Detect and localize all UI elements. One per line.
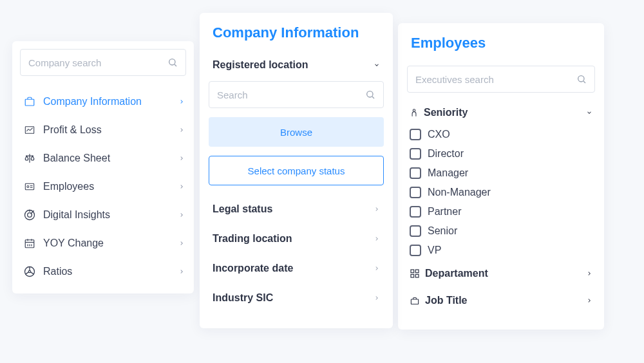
checkbox-icon[interactable] <box>410 129 421 140</box>
svg-line-1 <box>175 64 176 66</box>
search-icon <box>365 89 375 100</box>
target-icon <box>21 209 38 221</box>
filter-label: Incorporate date <box>213 263 293 274</box>
person-icon <box>410 107 419 118</box>
company-search-box[interactable] <box>20 49 186 76</box>
id-card-icon <box>21 180 38 193</box>
location-search-input[interactable] <box>217 89 365 100</box>
seniority-option-manager[interactable]: Manager <box>407 163 595 183</box>
chevron-right-icon <box>586 269 592 278</box>
grid-icon <box>410 268 420 279</box>
option-label: Manager <box>428 167 468 179</box>
location-search-box[interactable] <box>209 81 384 108</box>
select-company-status-button[interactable]: Select company status <box>209 156 384 185</box>
chevron-right-icon <box>178 239 185 248</box>
calendar-icon <box>21 237 38 250</box>
section-registered-location[interactable]: Registered location <box>209 55 384 75</box>
select-company-status-label: Select company status <box>248 165 345 176</box>
sidebar-panel: Company Information Profit & Loss Balanc… <box>12 41 194 293</box>
filter-industry-sic[interactable]: Industry SIC <box>209 283 384 313</box>
option-label: Non-Manager <box>428 187 491 198</box>
chevron-right-icon <box>178 210 185 219</box>
filter-label: Industry SIC <box>213 292 273 304</box>
svg-rect-32 <box>415 274 419 277</box>
svg-point-28 <box>413 109 415 112</box>
company-info-panel: Company Information Registered location … <box>200 13 393 328</box>
option-label: CXO <box>428 129 450 140</box>
jobtitle-label: Job Title <box>425 295 468 306</box>
sidebar-item-label: Digital Insights <box>43 209 178 221</box>
chevron-down-icon <box>374 60 380 70</box>
sidebar-item-balance-sheet[interactable]: Balance Sheet <box>12 144 194 172</box>
chevron-right-icon <box>178 97 185 106</box>
executives-search-box[interactable] <box>407 66 595 93</box>
seniority-option-vp[interactable]: VP <box>407 241 595 260</box>
briefcase-icon <box>21 95 38 108</box>
employees-panel: Employees Seniority CXO Director Manager… <box>398 23 604 330</box>
executives-search-input[interactable] <box>415 74 576 85</box>
checkbox-icon[interactable] <box>410 167 421 179</box>
sidebar-item-ratios[interactable]: Ratios <box>12 257 194 286</box>
svg-rect-31 <box>411 274 414 277</box>
svg-line-22 <box>25 272 28 274</box>
section-department[interactable]: Departament <box>407 260 595 287</box>
sidebar-item-label: Employees <box>43 181 178 192</box>
browse-button-label: Browse <box>280 127 312 138</box>
svg-rect-12 <box>25 240 34 248</box>
filter-label: Legal status <box>213 203 272 215</box>
svg-point-24 <box>367 91 373 97</box>
svg-rect-29 <box>411 270 414 273</box>
section-job-title[interactable]: Job Title <box>407 287 595 314</box>
panel-title-employees: Employees <box>407 35 595 51</box>
chevron-right-icon <box>374 205 380 214</box>
filter-legal-status[interactable]: Legal status <box>209 194 384 224</box>
option-label: Senior <box>428 225 457 237</box>
filter-incorporate-date[interactable]: Incorporate date <box>209 254 384 283</box>
svg-line-25 <box>372 97 374 98</box>
chevron-right-icon <box>178 182 185 191</box>
svg-rect-2 <box>25 99 34 106</box>
chevron-right-icon <box>178 154 185 163</box>
svg-point-26 <box>578 76 584 82</box>
company-search-input[interactable] <box>28 57 167 68</box>
search-icon <box>576 74 587 84</box>
sidebar-item-employees[interactable]: Employees <box>12 172 194 201</box>
seniority-option-senior[interactable]: Senior <box>407 221 595 241</box>
sidebar-item-yoy-change[interactable]: YOY Change <box>12 229 194 257</box>
registered-location-label: Registered location <box>213 59 308 71</box>
sidebar-item-profit-loss[interactable]: Profit & Loss <box>12 116 194 144</box>
section-seniority[interactable]: Seniority <box>407 103 595 125</box>
checkbox-icon[interactable] <box>410 187 421 198</box>
chevron-down-icon <box>586 108 592 117</box>
department-label: Departament <box>425 268 488 279</box>
chevron-right-icon <box>178 267 185 276</box>
chevron-right-icon <box>374 293 380 302</box>
seniority-label: Seniority <box>424 107 468 118</box>
svg-rect-33 <box>411 299 418 304</box>
svg-line-23 <box>31 272 34 274</box>
option-label: VP <box>428 245 441 256</box>
seniority-option-non-manager[interactable]: Non-Manager <box>407 183 595 202</box>
filter-trading-location[interactable]: Trading location <box>209 224 384 254</box>
sidebar-item-digital-insights[interactable]: Digital Insights <box>12 201 194 229</box>
sidebar-item-label: Balance Sheet <box>43 153 178 164</box>
checkbox-icon[interactable] <box>410 225 421 237</box>
seniority-option-partner[interactable]: Partner <box>407 202 595 221</box>
seniority-option-director[interactable]: Director <box>407 144 595 163</box>
svg-rect-4 <box>25 183 33 189</box>
sidebar-item-label: Company Information <box>43 96 178 107</box>
browse-button[interactable]: Browse <box>209 117 384 147</box>
chart-line-icon <box>21 124 38 136</box>
chevron-right-icon <box>374 264 380 273</box>
checkbox-icon[interactable] <box>410 206 421 218</box>
svg-line-27 <box>583 81 585 83</box>
checkbox-icon[interactable] <box>410 245 421 256</box>
chevron-right-icon <box>178 126 185 135</box>
svg-point-0 <box>169 59 175 65</box>
search-icon <box>167 57 178 68</box>
steering-icon <box>21 265 38 278</box>
checkbox-icon[interactable] <box>410 148 421 160</box>
sidebar-item-label: YOY Change <box>43 237 178 249</box>
seniority-option-cxo[interactable]: CXO <box>407 125 595 144</box>
sidebar-item-company-information[interactable]: Company Information <box>12 88 194 116</box>
